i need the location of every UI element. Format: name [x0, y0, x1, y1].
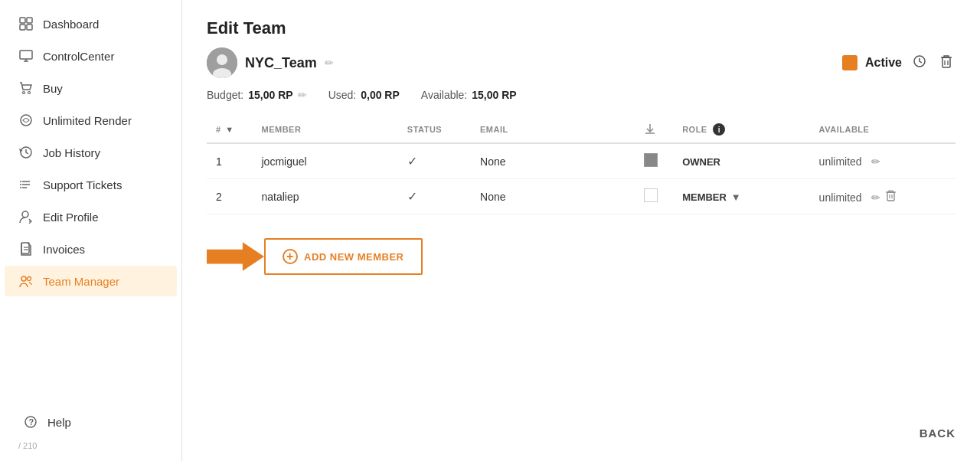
table-body: 1 jocmiguel ✓ None OWNER unlimited ✏ 2 n…: [207, 143, 956, 214]
budget-edit-icon[interactable]: ✏: [298, 89, 307, 101]
sidebar-item-job-history[interactable]: Job History: [5, 137, 177, 168]
col-role: ROLE i: [673, 116, 809, 143]
add-member-area: + ADD NEW MEMBER: [207, 237, 956, 276]
col-available: AVAILABLE: [810, 116, 956, 143]
list-icon: [18, 177, 34, 192]
check-icon: ✓: [407, 155, 417, 168]
svg-point-8: [28, 92, 31, 94]
row1-available: unlimited ✏: [810, 143, 956, 179]
svg-point-15: [20, 184, 21, 185]
col-num[interactable]: # ▼: [207, 116, 252, 143]
sidebar-bottom: ? Help / 210: [0, 398, 181, 461]
svg-rect-3: [27, 25, 32, 30]
history-action-icon[interactable]: [910, 51, 929, 74]
col-download: [635, 116, 673, 143]
row2-edit-icon[interactable]: ✏: [871, 191, 880, 204]
role-info-icon[interactable]: i: [713, 123, 725, 136]
sidebar-item-help[interactable]: ? Help: [9, 407, 172, 437]
col-status: STATUS: [398, 116, 471, 143]
row2-status: ✓: [398, 179, 471, 214]
svg-text:?: ?: [29, 417, 34, 427]
team-name-edit-icon[interactable]: ✏: [325, 57, 334, 69]
sidebar-label-edit-profile: Edit Profile: [43, 211, 99, 224]
svg-rect-1: [27, 18, 32, 23]
sidebar-item-team-manager[interactable]: Team Manager: [5, 266, 177, 296]
svg-rect-2: [20, 25, 25, 30]
row1-member: jocmiguel: [252, 143, 397, 179]
svg-point-16: [20, 187, 21, 188]
sidebar-item-invoices[interactable]: Invoices: [5, 234, 177, 264]
svg-point-7: [23, 92, 25, 94]
svg-point-27: [217, 54, 227, 65]
check-icon: ✓: [407, 190, 417, 203]
svg-rect-34: [887, 192, 894, 201]
row1-role: OWNER: [673, 143, 809, 179]
cart-icon: [18, 80, 34, 96]
svg-rect-19: [21, 243, 29, 253]
used-label: Used:: [328, 89, 357, 101]
team-icon: [18, 273, 34, 289]
sidebar-label-support-tickets: Support Tickets: [43, 178, 122, 191]
svg-rect-30: [942, 57, 950, 67]
status-label: Active: [865, 56, 902, 70]
row2-available: unlimited ✏: [810, 179, 956, 214]
svg-point-17: [22, 211, 28, 217]
row2-delete-icon[interactable]: [886, 191, 896, 204]
table-row: 1 jocmiguel ✓ None OWNER unlimited ✏: [207, 143, 956, 179]
sidebar-label-dashboard: Dashboard: [43, 18, 99, 31]
help-icon: ?: [23, 414, 38, 430]
svg-rect-4: [20, 51, 32, 59]
add-member-label: ADD NEW MEMBER: [304, 251, 404, 263]
row2-color: [635, 179, 673, 214]
table-row: 2 nataliep ✓ None MEMBER ▼ unlimited ✏: [207, 179, 956, 214]
sidebar-item-support-tickets[interactable]: Support Tickets: [5, 169, 177, 200]
add-member-button[interactable]: + ADD NEW MEMBER: [264, 238, 423, 275]
history-icon: [18, 145, 34, 160]
color-box-empty: [644, 188, 658, 202]
sidebar-item-controlcenter[interactable]: ControlCenter: [5, 41, 177, 71]
status-dot: [842, 55, 858, 70]
sidebar-item-dashboard[interactable]: Dashboard: [5, 8, 177, 39]
members-table: # ▼ MEMBER STATUS EMAIL ROLE i AVAILABLE…: [207, 116, 956, 214]
sidebar-item-buy[interactable]: Buy: [5, 73, 177, 103]
delete-team-icon[interactable]: [937, 51, 956, 74]
available-val: unlimited: [819, 155, 862, 168]
role-member-label: MEMBER: [682, 191, 727, 203]
svg-point-14: [20, 181, 21, 182]
row2-num: 2: [207, 179, 252, 214]
col-member: MEMBER: [252, 116, 397, 143]
version-label: / 210: [5, 438, 177, 453]
sidebar: Dashboard ControlCenter Buy Unlimited Re…: [0, 0, 182, 461]
sidebar-item-edit-profile[interactable]: Edit Profile: [5, 201, 177, 232]
budget-row: Budget: 15,00 RP ✏ Used: 0,00 RP Availab…: [207, 89, 956, 101]
svg-point-22: [21, 276, 26, 281]
team-avatar: [207, 47, 237, 78]
svg-point-23: [28, 277, 31, 281]
team-header: NYC_Team ✏ Active: [207, 47, 956, 78]
page-title: Edit Team: [207, 18, 956, 38]
team-name-row: NYC_Team ✏: [207, 47, 334, 78]
sidebar-label-controlcenter: ControlCenter: [43, 50, 114, 63]
sidebar-label-buy: Buy: [43, 82, 63, 95]
user-edit-icon: [18, 209, 34, 224]
back-button[interactable]: BACK: [920, 427, 956, 440]
sidebar-item-unlimited-render[interactable]: Unlimited Render: [5, 105, 177, 136]
svg-rect-0: [20, 18, 25, 23]
row1-edit-icon[interactable]: ✏: [871, 155, 880, 168]
sidebar-label-unlimited-render: Unlimited Render: [43, 114, 132, 127]
used-item: Used: 0,00 RP: [328, 89, 400, 101]
available-item: Available: 15,00 RP: [421, 89, 517, 101]
available-value: 15,00 RP: [472, 89, 516, 101]
grid-icon: [18, 16, 34, 31]
row2-role: MEMBER ▼: [673, 179, 809, 214]
row1-num: 1: [207, 143, 252, 179]
row2-member: nataliep: [252, 179, 397, 214]
role-dropdown-btn[interactable]: ▼: [731, 191, 741, 203]
row1-color: [635, 143, 673, 179]
svg-point-9: [21, 115, 31, 126]
sidebar-label-job-history: Job History: [43, 146, 100, 159]
available-val-2: unlimited: [819, 191, 862, 204]
budget-value: 15,00 RP: [248, 89, 292, 101]
row2-email: None: [471, 179, 635, 214]
main-content: Edit Team NYC_Team ✏ Active Budget: 15,0…: [182, 0, 980, 461]
